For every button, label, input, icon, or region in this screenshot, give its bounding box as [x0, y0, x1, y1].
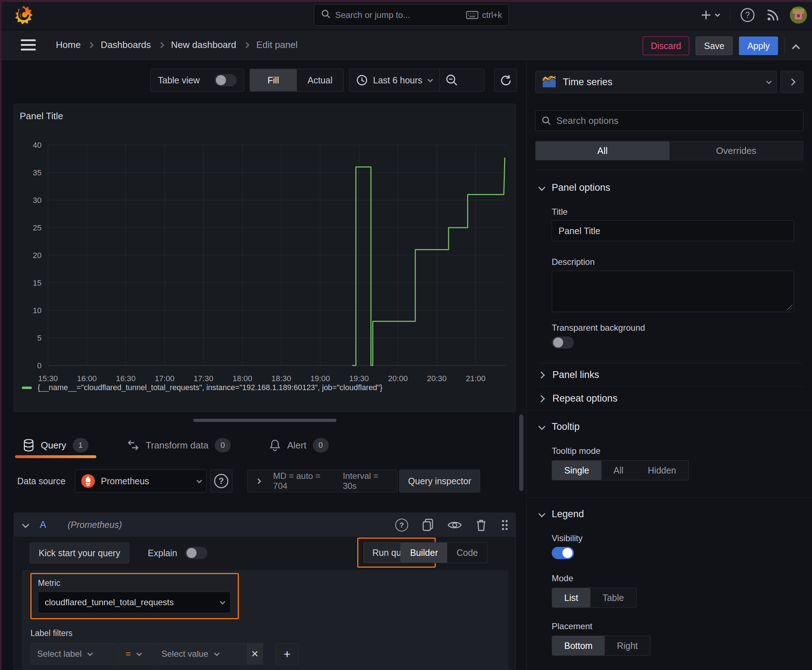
tooltip-all-option[interactable]: All	[602, 461, 636, 480]
kick-start-button[interactable]: Kick start your query	[30, 543, 129, 563]
tab-all[interactable]: All	[536, 141, 670, 160]
svg-text:16:00: 16:00	[77, 374, 97, 383]
chart-legend[interactable]: {__name__="cloudflared_tunnel_total_requ…	[22, 383, 382, 392]
query-help-icon[interactable]: ?	[395, 519, 408, 531]
apply-button[interactable]: Apply	[739, 37, 778, 55]
datasource-help-button[interactable]: ?	[210, 470, 232, 492]
save-button[interactable]: Save	[696, 37, 732, 55]
tab-overrides[interactable]: Overrides	[670, 141, 804, 160]
database-icon	[23, 439, 34, 452]
discard-button[interactable]: Discard	[642, 37, 690, 55]
transparent-bg-toggle[interactable]	[552, 337, 574, 349]
duplicate-icon[interactable]	[422, 518, 434, 532]
breadcrumb-separator	[243, 42, 249, 48]
tooltip-section-header[interactable]: Tooltip	[527, 411, 812, 432]
select-label-dropdown[interactable]: Select label	[31, 643, 118, 665]
zoom-out-icon[interactable]	[445, 73, 459, 87]
panel-resize-handle[interactable]	[193, 419, 337, 422]
trash-icon[interactable]	[475, 519, 487, 531]
svg-text:20:00: 20:00	[388, 374, 408, 383]
label-filters-row: Select label = Select value ✕ +	[31, 643, 500, 665]
tooltip-single-option[interactable]: Single	[552, 461, 602, 480]
placement-bottom-option[interactable]: Bottom	[552, 636, 605, 655]
user-avatar[interactable]	[790, 7, 807, 24]
repeat-options-row[interactable]: Repeat options	[539, 387, 804, 410]
chevron-down-icon	[214, 650, 220, 656]
tab-query[interactable]: Query 1	[22, 432, 90, 458]
query-inspector-button[interactable]: Query inspector	[399, 470, 480, 492]
svg-text:?: ?	[746, 10, 750, 20]
hide-response-eye-icon[interactable]	[448, 520, 462, 530]
svg-text:18:30: 18:30	[271, 374, 291, 383]
help-circle-icon: ?	[214, 474, 229, 488]
query-toolbar-row: Kick start your query Explain Run querie…	[30, 542, 500, 564]
legend-table-option[interactable]: Table	[590, 588, 636, 607]
time-range-picker[interactable]: Last 6 hours	[349, 69, 485, 91]
fill-actual-control: Fill Actual	[249, 69, 344, 91]
collapse-header-icon[interactable]	[792, 44, 800, 52]
builder-code-switch: Builder Code	[400, 542, 488, 563]
chevron-down-icon	[136, 650, 142, 656]
legend-mode-switch: List Table	[552, 588, 637, 608]
transparent-bg-label: Transparent background	[552, 323, 794, 333]
news-rss-icon[interactable]	[765, 7, 780, 23]
legend-section-header[interactable]: Legend	[527, 498, 812, 520]
global-search-input[interactable]: Search or jump to... ctrl+k	[314, 4, 509, 26]
query-row-header[interactable]: A (Prometheus) ?	[14, 513, 515, 537]
explain-toggle[interactable]	[185, 547, 207, 559]
toggle-viz-picker-button[interactable]	[780, 71, 804, 93]
explain-label: Explain	[148, 548, 177, 558]
select-value-dropdown[interactable]: Select value	[155, 643, 246, 665]
breadcrumb-new-dashboard[interactable]: New dashboard	[171, 39, 236, 51]
svg-text:18:00: 18:00	[232, 374, 252, 383]
resize-corner-icon[interactable]	[787, 305, 792, 310]
help-icon[interactable]: ?	[740, 7, 755, 23]
builder-option[interactable]: Builder	[401, 543, 447, 563]
fill-option[interactable]: Fill	[250, 69, 297, 91]
visualization-select[interactable]: Time series	[535, 71, 777, 93]
tooltip-mode-switch: Single All Hidden	[552, 460, 689, 481]
panel-options-section-header[interactable]: Panel options	[527, 170, 812, 193]
prometheus-icon	[81, 474, 95, 488]
tab-alert[interactable]: Alert 0	[268, 432, 330, 458]
svg-text:20:30: 20:30	[427, 374, 446, 383]
remove-filter-button[interactable]: ✕	[247, 643, 263, 665]
add-new-button[interactable]	[700, 9, 721, 21]
legend-visibility-toggle[interactable]	[552, 547, 574, 559]
chart-panel[interactable]: Panel Title 051015202530354015:3016:0016…	[14, 104, 516, 412]
time-series-viz-icon	[542, 76, 556, 88]
code-option[interactable]: Code	[447, 543, 487, 563]
svg-text:20: 20	[33, 251, 42, 260]
tooltip-hidden-option[interactable]: Hidden	[636, 461, 688, 480]
table-view-toggle[interactable]	[214, 74, 237, 86]
datasource-select[interactable]: Prometheus	[75, 470, 207, 492]
add-filter-button[interactable]: +	[276, 643, 298, 665]
drag-handle-icon[interactable]	[500, 519, 509, 531]
search-icon	[541, 116, 551, 126]
panel-title-input[interactable]	[552, 220, 794, 241]
options-search-input[interactable]: Search options	[535, 110, 804, 131]
collapse-query-row-icon[interactable]	[22, 521, 29, 528]
refresh-button[interactable]	[494, 69, 517, 91]
menu-hamburger-icon[interactable]	[21, 39, 36, 51]
metric-select[interactable]: cloudflared_tunnel_total_requests	[38, 592, 231, 613]
description-textarea[interactable]	[552, 271, 794, 312]
actual-option[interactable]: Actual	[297, 69, 344, 91]
panel-links-row[interactable]: Panel links	[539, 363, 804, 387]
placement-right-option[interactable]: Right	[605, 636, 650, 655]
title-field-label: Title	[552, 207, 794, 217]
bell-icon	[269, 439, 281, 452]
breadcrumb-dashboards[interactable]: Dashboards	[101, 39, 151, 51]
legend-list-option[interactable]: List	[552, 588, 590, 607]
query-editor-card: A (Prometheus) ? Kick start your query E…	[14, 513, 516, 670]
operator-dropdown[interactable]: =	[119, 643, 154, 665]
panel-actions: Discard Save Apply	[642, 37, 806, 55]
breadcrumb-home[interactable]: Home	[56, 39, 81, 51]
chevron-down-icon	[539, 184, 546, 191]
tab-transform-data[interactable]: Transform data 0	[125, 432, 232, 458]
query-options-summary[interactable]: MD = auto = 704 Interval = 30s	[247, 470, 398, 492]
grafana-logo-icon[interactable]	[14, 5, 33, 25]
time-series-chart[interactable]: 051015202530354015:3016:0016:3017:0017:3…	[14, 104, 516, 412]
svg-text:40: 40	[33, 140, 42, 150]
transform-count-badge: 0	[215, 438, 231, 452]
